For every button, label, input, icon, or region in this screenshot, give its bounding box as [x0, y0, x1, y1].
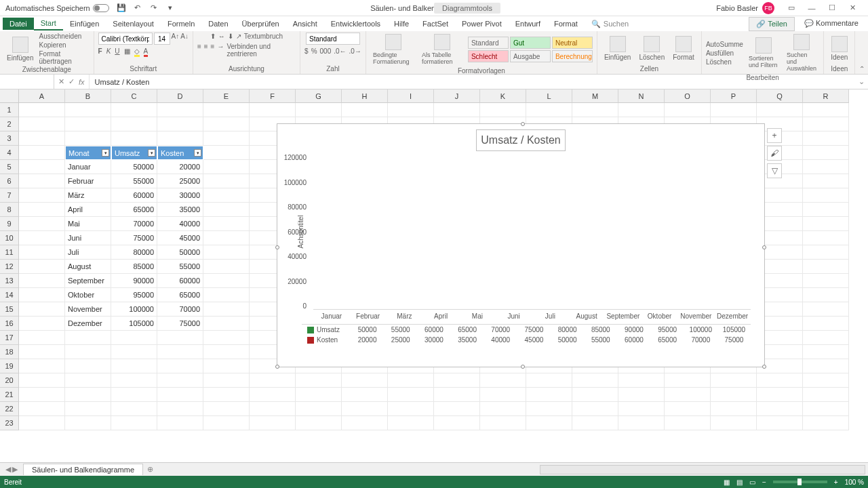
- cell[interactable]: 65000: [111, 203, 157, 217]
- cell[interactable]: [19, 359, 65, 373]
- find-select-button[interactable]: Suchen und Auswählen: [784, 33, 819, 73]
- tell-me-search[interactable]: 🔍 Suchen: [591, 20, 629, 28]
- cell[interactable]: [803, 302, 849, 317]
- cell[interactable]: [250, 416, 296, 430]
- cell[interactable]: Umsatz▾: [111, 146, 157, 160]
- zoom-out-icon[interactable]: −: [762, 479, 766, 486]
- cell[interactable]: [19, 416, 65, 430]
- increase-font-icon[interactable]: A↑: [172, 33, 180, 45]
- cell[interactable]: [480, 388, 526, 402]
- autosum-button[interactable]: AutoSumme: [706, 41, 743, 48]
- tab-hilfe[interactable]: Hilfe: [387, 18, 416, 30]
- cell[interactable]: [803, 146, 849, 160]
- align-middle-icon[interactable]: ↔: [218, 33, 225, 40]
- cell[interactable]: Mai: [65, 217, 111, 231]
- cell[interactable]: [618, 103, 665, 117]
- cell[interactable]: [19, 174, 65, 188]
- cell[interactable]: [388, 103, 434, 117]
- cell[interactable]: [65, 117, 111, 131]
- cell[interactable]: [19, 402, 65, 416]
- delete-cells-button[interactable]: Löschen: [636, 35, 667, 62]
- format-painter-button[interactable]: Format übertragen: [39, 50, 89, 65]
- cell[interactable]: [19, 260, 65, 274]
- wrap-text-button[interactable]: Textumbruch: [244, 33, 283, 40]
- cell[interactable]: 45000: [157, 231, 203, 245]
- cell[interactable]: 70000: [111, 217, 157, 231]
- row-header[interactable]: 22: [0, 402, 19, 416]
- row-header[interactable]: 23: [0, 416, 19, 430]
- increase-decimal-icon[interactable]: .0←: [334, 47, 346, 55]
- cell[interactable]: [19, 103, 65, 117]
- cell[interactable]: [157, 416, 203, 430]
- view-page-layout-icon[interactable]: ▤: [736, 479, 743, 486]
- column-header[interactable]: J: [434, 89, 480, 103]
- sheet-nav-next-icon[interactable]: ▶: [12, 465, 18, 474]
- cell[interactable]: 75000: [157, 317, 203, 331]
- cell[interactable]: September: [65, 274, 111, 288]
- style-ausgabe[interactable]: Ausgabe: [510, 50, 551, 62]
- cell[interactable]: [572, 388, 618, 402]
- chart-styles-button[interactable]: 🖌: [767, 146, 782, 161]
- column-header[interactable]: I: [388, 89, 434, 103]
- cell[interactable]: [803, 373, 849, 388]
- cell[interactable]: [803, 203, 849, 217]
- cell[interactable]: [803, 274, 849, 288]
- cell[interactable]: [203, 288, 250, 302]
- cell[interactable]: [526, 402, 572, 416]
- cell[interactable]: [19, 302, 65, 317]
- font-name-input[interactable]: [98, 33, 153, 45]
- cell[interactable]: [203, 302, 250, 317]
- column-header[interactable]: G: [296, 89, 342, 103]
- name-box[interactable]: [0, 75, 54, 89]
- style-neutral[interactable]: Neutral: [552, 37, 593, 49]
- row-header[interactable]: 13: [0, 274, 19, 288]
- cell[interactable]: [157, 103, 203, 117]
- cell[interactable]: [572, 103, 618, 117]
- cell[interactable]: [250, 388, 296, 402]
- fill-color-icon[interactable]: ◇: [134, 47, 140, 57]
- row-header[interactable]: 6: [0, 174, 19, 188]
- cell[interactable]: [19, 231, 65, 245]
- row-header[interactable]: 11: [0, 245, 19, 260]
- cell[interactable]: [203, 217, 250, 231]
- cell[interactable]: 20000: [157, 160, 203, 174]
- column-header[interactable]: F: [250, 89, 296, 103]
- bold-button[interactable]: F: [98, 47, 102, 57]
- cell[interactable]: [157, 359, 203, 373]
- cell-styles-gallery[interactable]: Standard Gut Neutral Schlecht Ausgabe Be…: [468, 37, 593, 62]
- column-header[interactable]: A: [19, 89, 65, 103]
- column-header[interactable]: B: [65, 89, 111, 103]
- column-header[interactable]: Q: [757, 89, 803, 103]
- cell[interactable]: [342, 388, 388, 402]
- cell[interactable]: [803, 388, 849, 402]
- cell[interactable]: [19, 203, 65, 217]
- decrease-font-icon[interactable]: A↓: [180, 33, 189, 45]
- cell[interactable]: [526, 388, 572, 402]
- tab-file[interactable]: Datei: [3, 18, 34, 30]
- cell[interactable]: [434, 373, 480, 388]
- row-header[interactable]: 21: [0, 388, 19, 402]
- tab-factset[interactable]: FactSet: [416, 18, 455, 30]
- style-berechnung[interactable]: Berechnung: [552, 50, 593, 62]
- row-header[interactable]: 15: [0, 302, 19, 317]
- row-header[interactable]: 12: [0, 260, 19, 274]
- underline-button[interactable]: U: [115, 47, 119, 57]
- cell[interactable]: [526, 416, 572, 430]
- chart-elements-button[interactable]: +: [767, 128, 782, 143]
- cell[interactable]: [296, 103, 342, 117]
- cell[interactable]: [757, 373, 803, 388]
- cell[interactable]: [65, 359, 111, 373]
- cell[interactable]: [203, 359, 250, 373]
- sheet-nav-prev-icon[interactable]: ◀: [5, 465, 11, 474]
- format-as-table-button[interactable]: Als Tabelle formatieren: [419, 33, 465, 66]
- column-header[interactable]: R: [803, 89, 849, 103]
- cell[interactable]: [803, 117, 849, 131]
- cell[interactable]: [157, 345, 203, 359]
- cell[interactable]: [157, 388, 203, 402]
- cell[interactable]: [19, 117, 65, 131]
- row-header[interactable]: 4: [0, 146, 19, 160]
- close-icon[interactable]: ✕: [842, 1, 863, 15]
- cell[interactable]: 70000: [157, 302, 203, 317]
- cell[interactable]: [342, 373, 388, 388]
- cell[interactable]: [296, 416, 342, 430]
